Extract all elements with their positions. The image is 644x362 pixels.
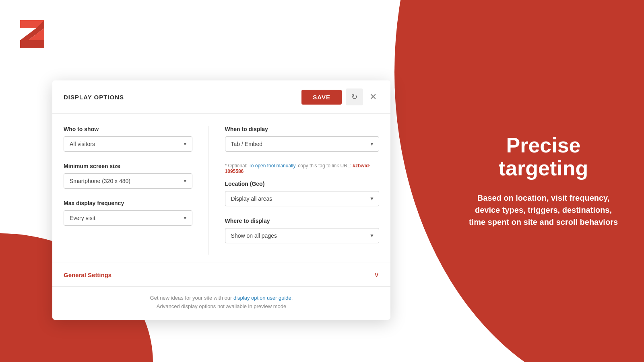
right-panel-description: Based on location, visit frequency, devi… [467,192,620,228]
max-display-frequency-group: Max display frequency Every visit Once p… [64,200,192,226]
optional-note: * Optional: To open tool manually, copy … [225,163,379,174]
logo-icon [16,16,48,48]
general-settings-section: General Settings ∨ [52,263,390,286]
general-settings-row[interactable]: General Settings ∨ [64,263,379,286]
when-to-display-select-wrapper: Tab / Embed On page load On scroll On ex… [225,136,379,152]
location-geo-select[interactable]: Display all areas Specific countries Spe… [225,191,379,206]
max-display-frequency-select-wrapper: Every visit Once per session Once per da… [64,210,192,226]
who-to-show-label: Who to show [64,126,192,132]
bottom-note-line1: Get new ideas for your site with our dis… [64,294,379,302]
open-manually-link[interactable]: To open tool manually, [249,163,297,169]
location-geo-group: Location (Geo) Display all areas Specifi… [225,181,379,206]
who-to-show-select[interactable]: All visitors New visitors Returning visi… [64,136,192,152]
optional-prefix: * Optional: [225,163,249,169]
modal-body: Who to show All visitors New visitors Re… [52,114,390,263]
right-panel-title: Precise targeting [467,134,620,180]
where-to-display-select-wrapper: Show on all pages Specific pages Exclude… [225,228,379,243]
column-divider [208,126,209,255]
logo-area [16,16,48,50]
min-screen-size-label: Minimum screen size [64,163,192,169]
where-to-display-label: Where to display [225,218,379,224]
modal-actions: SAVE ↻ ✕ [301,88,379,105]
max-display-frequency-label: Max display frequency [64,200,192,206]
left-column: Who to show All visitors New visitors Re… [64,126,192,255]
modal-title: DISPLAY OPTIONS [64,94,124,101]
min-screen-size-select-wrapper: Smartphone (320 x 480) Tablet (768 x 102… [64,173,192,189]
modal-bottom-note: Get new ideas for your site with our dis… [52,286,390,320]
optional-middle: copy this tag to link URL: [298,163,353,169]
bottom-note-suffix: . [291,295,293,301]
close-icon: ✕ [369,92,377,102]
bottom-note-prefix: Get new ideas for your site with our [150,295,233,301]
modal-header: DISPLAY OPTIONS SAVE ↻ ✕ [52,80,390,114]
where-to-display-group: Where to display Show on all pages Speci… [225,218,379,243]
display-option-guide-link[interactable]: display option user guide [233,295,291,301]
right-panel: Precise targeting Based on location, vis… [467,134,620,228]
chevron-down-icon: ∨ [374,270,379,279]
min-screen-size-select[interactable]: Smartphone (320 x 480) Tablet (768 x 102… [64,173,192,189]
location-geo-label: Location (Geo) [225,181,379,187]
bottom-note-line2: Advanced display options not available i… [64,302,379,311]
right-column: When to display Tab / Embed On page load… [225,126,379,255]
min-screen-size-group: Minimum screen size Smartphone (320 x 48… [64,163,192,189]
max-display-frequency-select[interactable]: Every visit Once per session Once per da… [64,210,192,226]
close-button[interactable]: ✕ [367,90,379,104]
general-settings-label: General Settings [64,272,111,278]
when-to-display-group: When to display Tab / Embed On page load… [225,126,379,152]
display-options-modal: DISPLAY OPTIONS SAVE ↻ ✕ Who to show All… [52,80,390,320]
where-to-display-select[interactable]: Show on all pages Specific pages Exclude… [225,228,379,243]
when-to-display-select[interactable]: Tab / Embed On page load On scroll On ex… [225,136,379,152]
save-button[interactable]: SAVE [301,90,342,105]
reset-icon: ↻ [351,93,357,101]
who-to-show-select-wrapper: All visitors New visitors Returning visi… [64,136,192,152]
location-geo-select-wrapper: Display all areas Specific countries Spe… [225,191,379,206]
when-to-display-label: When to display [225,126,379,132]
who-to-show-group: Who to show All visitors New visitors Re… [64,126,192,152]
reset-button[interactable]: ↻ [346,88,363,105]
